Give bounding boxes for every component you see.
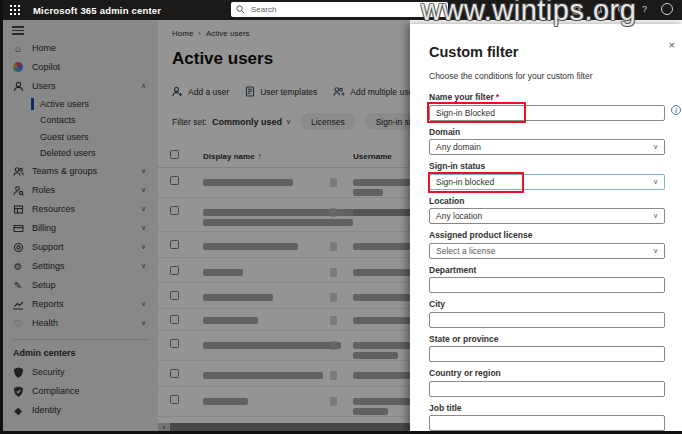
field-country: Country or region	[429, 368, 665, 397]
bell-icon[interactable]	[593, 4, 603, 18]
field-label: Country or region	[429, 368, 665, 378]
field-label: Assigned product license	[429, 230, 665, 240]
info-icon[interactable]: i	[671, 105, 681, 115]
job-title-input[interactable]	[429, 415, 665, 431]
chevron-down-icon: ∨	[653, 212, 658, 220]
field-domain: Domain Any domain ∨	[429, 127, 665, 156]
signin-status-value: Sign-in blocked	[436, 177, 494, 187]
field-label: Domain	[429, 127, 665, 137]
close-icon[interactable]: ×	[669, 40, 675, 50]
field-label: Sign-in status	[429, 161, 665, 171]
panel-description: Choose the conditions for your custom fi…	[429, 71, 665, 81]
field-city: City	[429, 299, 665, 328]
screenshot-root: Microsoft 365 admin center ⚙ ? ⌂ Home Co…	[0, 0, 682, 434]
field-name-your-filter: Name your filter* i	[429, 92, 665, 121]
avatar[interactable]	[661, 3, 673, 15]
field-state: State or province	[429, 334, 665, 363]
required-asterisk: *	[496, 92, 499, 102]
chevron-down-icon: ∨	[653, 143, 658, 151]
country-input[interactable]	[429, 381, 665, 397]
field-label: State or province	[429, 334, 665, 344]
signin-status-select[interactable]: Sign-in blocked ∨	[429, 174, 665, 190]
search-input[interactable]	[249, 4, 443, 15]
field-signin-status: Sign-in status Sign-in blocked ∨	[429, 161, 665, 190]
department-input[interactable]	[429, 277, 665, 293]
global-search[interactable]	[231, 2, 448, 17]
field-label: Job title	[429, 403, 665, 413]
app-title: Microsoft 365 admin center	[33, 5, 161, 16]
license-select[interactable]: Select a license ∨	[429, 243, 665, 259]
field-assigned-license: Assigned product license Select a licens…	[429, 230, 665, 259]
field-location: Location Any location ∨	[429, 196, 665, 225]
city-input[interactable]	[429, 312, 665, 328]
location-value: Any location	[436, 211, 482, 221]
field-label: Name your filter	[429, 92, 494, 102]
domain-value: Any domain	[436, 142, 481, 152]
chevron-down-icon: ∨	[653, 247, 658, 255]
top-app-bar: Microsoft 365 admin center ⚙ ?	[3, 0, 682, 20]
search-icon	[236, 5, 245, 14]
domain-select[interactable]: Any domain ∨	[429, 139, 665, 155]
filter-name-input[interactable]	[429, 105, 665, 121]
chevron-down-icon: ∨	[653, 178, 658, 186]
app-launcher-icon[interactable]	[10, 5, 21, 16]
panel-title: Custom filter	[429, 44, 665, 60]
clipboard-icon[interactable]	[572, 4, 581, 18]
license-value: Select a license	[436, 246, 496, 256]
field-label: City	[429, 299, 665, 309]
overlay-scrim[interactable]	[3, 20, 410, 434]
field-job-title: Job title	[429, 403, 665, 432]
location-select[interactable]: Any location ∨	[429, 208, 665, 224]
help-icon[interactable]: ?	[642, 4, 647, 15]
field-department: Department	[429, 265, 665, 294]
gear-icon[interactable]: ⚙	[617, 4, 625, 15]
custom-filter-panel: × Custom filter Choose the conditions fo…	[410, 24, 682, 434]
field-label: Department	[429, 265, 665, 275]
field-label: Location	[429, 196, 665, 206]
state-input[interactable]	[429, 346, 665, 362]
